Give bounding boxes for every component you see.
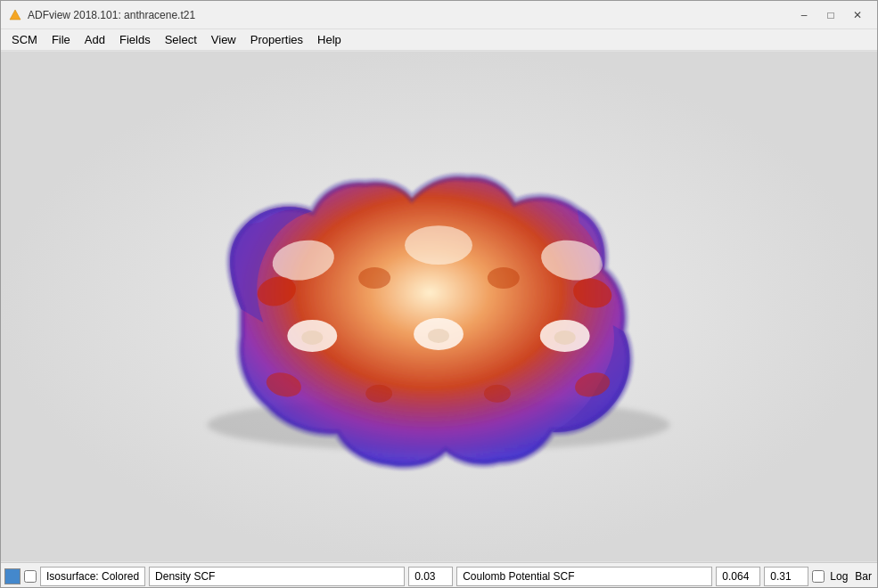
svg-point-18 [365,385,392,403]
svg-point-9 [301,331,323,345]
maximize-button[interactable]: □ [818,5,843,25]
coulomb-value2: 0.31 [764,567,808,586]
title-bar-controls: – □ ✕ [792,5,870,25]
main-viewport[interactable] [1,51,877,562]
color-indicator [4,568,21,584]
bar-label: Bar [853,570,874,583]
menu-view[interactable]: View [204,31,243,48]
menu-scm[interactable]: SCM [4,31,45,48]
menu-properties[interactable]: Properties [243,31,310,48]
title-bar: ADFview 2018.101: anthracene.t21 – □ ✕ [1,1,877,29]
svg-point-14 [358,267,390,289]
status-bar: Isosurface: Colored Density SCF 0.03 Cou… [1,562,877,588]
window-title: ADFview 2018.101: anthracene.t21 [28,9,195,21]
menu-fields[interactable]: Fields [112,31,158,48]
title-bar-left: ADFview 2018.101: anthracene.t21 [8,8,195,22]
density-value: 0.03 [408,567,453,586]
menu-add[interactable]: Add [78,31,112,48]
svg-point-10 [428,329,449,343]
density-field: Density SCF [149,567,405,586]
menu-file[interactable]: File [45,31,78,48]
log-label: Log [828,570,849,583]
menu-help[interactable]: Help [310,31,349,48]
coulomb-field: Coulomb Potential SCF [456,567,712,586]
svg-marker-0 [10,10,21,20]
minimize-button[interactable]: – [792,5,816,25]
svg-point-19 [484,385,511,403]
visibility-checkbox[interactable] [24,570,37,583]
menu-select[interactable]: Select [158,31,204,48]
app-icon [8,8,22,22]
close-button[interactable]: ✕ [845,5,870,25]
menu-bar: SCM File Add Fields Select View Properti… [1,29,877,51]
svg-point-15 [488,267,520,289]
svg-point-4 [405,225,472,265]
svg-point-11 [554,331,576,345]
log-checkbox[interactable] [812,570,825,583]
isosurface-label: Isosurface: Colored [40,567,145,586]
molecule-visualization [1,51,877,562]
coulomb-value1: 0.064 [716,567,760,586]
